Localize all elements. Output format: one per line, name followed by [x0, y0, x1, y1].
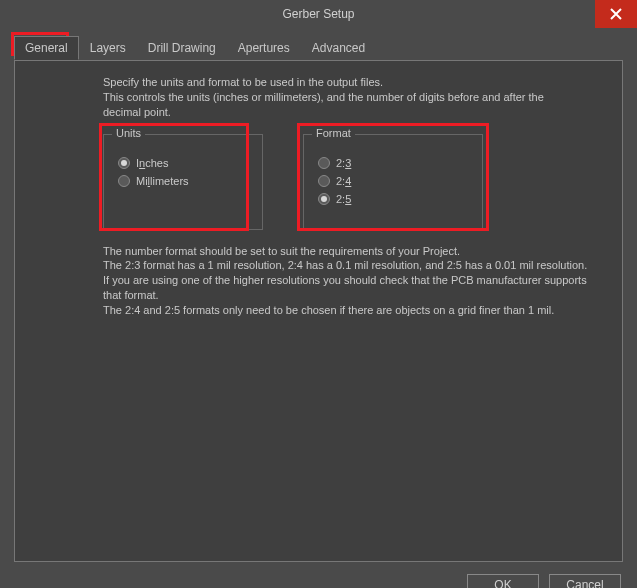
tab-layers[interactable]: Layers: [79, 36, 137, 60]
radio-icon: [118, 175, 130, 187]
radio-millimeters-label: Millimeters: [136, 175, 189, 187]
radio-2-5-label: 2:5: [336, 193, 351, 205]
units-group: Units Inches Millimeters: [103, 134, 263, 230]
units-legend: Units: [112, 127, 145, 139]
tab-bar: General Layers Drill Drawing Apertures A…: [0, 28, 637, 60]
ok-button[interactable]: OK: [467, 574, 539, 588]
close-icon: [610, 8, 622, 20]
content-panel: Specify the units and format to be used …: [14, 60, 623, 562]
tab-drill-label: Drill Drawing: [148, 41, 216, 55]
notes-p1: The number format should be set to suit …: [103, 244, 594, 259]
radio-icon: [318, 175, 330, 187]
notes-p2: The 2:3 format has a 1 mil resolution, 2…: [103, 258, 594, 273]
titlebar: Gerber Setup: [0, 0, 637, 28]
intro-line1: Specify the units and format to be used …: [103, 75, 584, 90]
cancel-button-label: Cancel: [566, 578, 603, 588]
radio-inches-label: Inches: [136, 157, 168, 169]
radio-2-4[interactable]: 2:4: [318, 175, 468, 187]
notes-p4: The 2:4 and 2:5 formats only need to be …: [103, 303, 594, 318]
radio-inches[interactable]: Inches: [118, 157, 248, 169]
tab-advanced[interactable]: Advanced: [301, 36, 376, 60]
cancel-button[interactable]: Cancel: [549, 574, 621, 588]
radio-2-3[interactable]: 2:3: [318, 157, 468, 169]
notes-text: The number format should be set to suit …: [103, 244, 594, 318]
radio-icon: [318, 193, 330, 205]
radio-2-3-label: 2:3: [336, 157, 351, 169]
radio-icon: [318, 157, 330, 169]
notes-p3: If you are using one of the higher resol…: [103, 273, 594, 303]
ok-button-label: OK: [494, 578, 511, 588]
tab-apertures[interactable]: Apertures: [227, 36, 301, 60]
tab-layers-label: Layers: [90, 41, 126, 55]
intro-text: Specify the units and format to be used …: [103, 75, 584, 120]
window-title: Gerber Setup: [282, 7, 354, 21]
tab-advanced-label: Advanced: [312, 41, 365, 55]
tab-general[interactable]: General: [14, 36, 79, 60]
close-button[interactable]: [595, 0, 637, 28]
button-row: OK Cancel: [0, 574, 637, 588]
radio-millimeters[interactable]: Millimeters: [118, 175, 248, 187]
tab-apertures-label: Apertures: [238, 41, 290, 55]
tab-general-label: General: [25, 41, 68, 55]
radio-icon: [118, 157, 130, 169]
radio-2-4-label: 2:4: [336, 175, 351, 187]
groups-row: Units Inches Millimeters Format 2:3 2:4: [103, 134, 604, 230]
intro-line2: This controls the units (inches or milli…: [103, 90, 584, 120]
format-legend: Format: [312, 127, 355, 139]
tab-drill-drawing[interactable]: Drill Drawing: [137, 36, 227, 60]
format-group: Format 2:3 2:4 2:5: [303, 134, 483, 230]
radio-2-5[interactable]: 2:5: [318, 193, 468, 205]
